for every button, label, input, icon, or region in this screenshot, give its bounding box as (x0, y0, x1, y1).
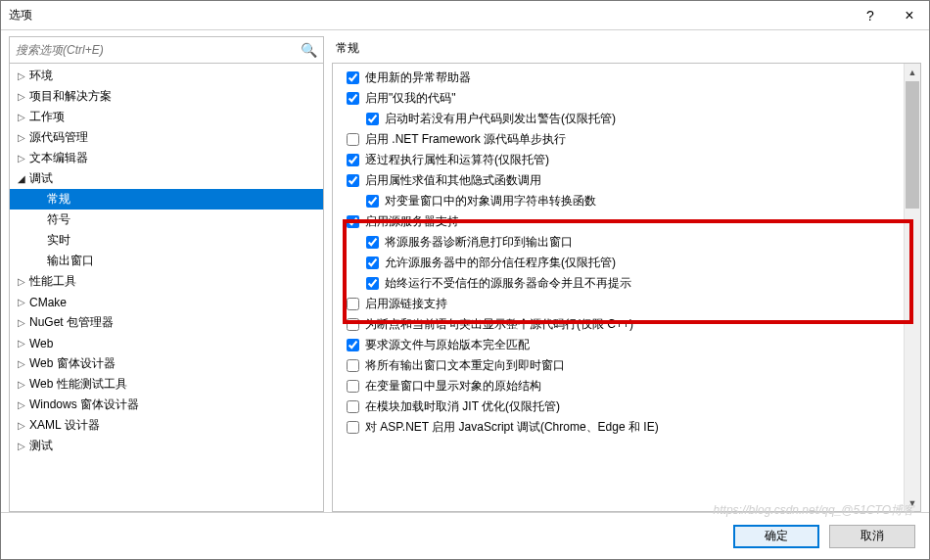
option-checkbox[interactable] (347, 215, 359, 228)
option-checkbox[interactable] (347, 174, 359, 187)
tree-item-8[interactable]: 实时 (10, 230, 323, 251)
option-row-10: 始终运行不受信任的源服务器命令并且不再提示 (343, 273, 920, 294)
scroll-up-icon[interactable]: ▲ (905, 64, 920, 80)
chevron-right-icon: ▷ (16, 420, 27, 431)
tree-item-label: XAML 设计器 (27, 417, 100, 434)
option-row-2: 启动时若没有用户代码则发出警告(仅限托管) (343, 109, 920, 129)
option-checkbox[interactable] (347, 133, 359, 146)
tree-item-label: Web (27, 337, 53, 350)
tree-item-6[interactable]: 常规 (10, 189, 323, 210)
tree-item-2[interactable]: ▷工作项 (10, 107, 323, 127)
tree-item-4[interactable]: ▷文本编辑器 (10, 148, 323, 168)
option-row-6: 对变量窗口中的对象调用字符串转换函数 (343, 191, 920, 211)
option-checkbox[interactable] (366, 277, 379, 290)
option-checkbox[interactable] (366, 113, 379, 125)
chevron-right-icon: ▷ (16, 132, 27, 143)
chevron-down-icon: ◢ (16, 173, 27, 184)
option-label: 将所有输出窗口文本重定向到即时窗口 (365, 357, 565, 374)
chevron-right-icon: ▷ (16, 70, 27, 81)
tree-item-3[interactable]: ▷源代码管理 (10, 127, 323, 148)
panel-title: 常规 (332, 36, 921, 63)
option-checkbox[interactable] (347, 318, 359, 331)
option-row-11: 启用源链接支持 (343, 294, 920, 314)
tree-item-label: 源代码管理 (27, 129, 88, 146)
window-title: 选项 (9, 7, 851, 23)
option-checkbox[interactable] (366, 236, 379, 249)
option-row-4: 逐过程执行属性和运算符(仅限托管) (343, 150, 920, 170)
tree-item-7[interactable]: 符号 (10, 210, 323, 230)
option-row-8: 将源服务器诊断消息打印到输出窗口 (343, 232, 920, 253)
footer: 确定 取消 (1, 512, 929, 559)
close-button[interactable]: × (890, 1, 929, 30)
option-label: 要求源文件与原始版本完全匹配 (365, 337, 530, 353)
tree-item-13[interactable]: ▷Web (10, 333, 323, 353)
option-row-5: 启用属性求值和其他隐式函数调用 (343, 170, 920, 191)
category-tree[interactable]: ▷环境▷项目和解决方案▷工作项▷源代码管理▷文本编辑器◢调试常规符号实时输出窗口… (10, 64, 323, 511)
tree-item-label: 调试 (27, 170, 53, 187)
tree-item-label: 输出窗口 (45, 253, 94, 269)
tree-item-label: 实时 (45, 232, 70, 249)
option-checkbox[interactable] (347, 380, 359, 393)
tree-item-1[interactable]: ▷项目和解决方案 (10, 86, 323, 107)
option-label: 启用源服务器支持 (365, 213, 459, 230)
chevron-right-icon: ▷ (16, 112, 27, 122)
tree-item-label: Web 窗体设计器 (27, 355, 116, 372)
chevron-right-icon: ▷ (16, 338, 27, 349)
chevron-right-icon: ▷ (16, 153, 27, 163)
option-checkbox[interactable] (347, 92, 359, 105)
option-checkbox[interactable] (347, 421, 359, 434)
option-checkbox[interactable] (347, 400, 359, 413)
option-row-0: 使用新的异常帮助器 (343, 68, 920, 88)
option-checkbox[interactable] (347, 339, 359, 351)
options-box: 使用新的异常帮助器启用"仅我的代码"启动时若没有用户代码则发出警告(仅限托管)启… (332, 63, 921, 512)
help-button[interactable]: ? (851, 1, 890, 30)
chevron-right-icon: ▷ (16, 379, 27, 390)
option-label: 允许源服务器中的部分信任程序集(仅限托管) (385, 255, 616, 271)
right-panel: 常规 使用新的异常帮助器启用"仅我的代码"启动时若没有用户代码则发出警告(仅限托… (332, 36, 921, 512)
ok-button[interactable]: 确定 (733, 525, 819, 548)
option-label: 启用"仅我的代码" (365, 90, 456, 107)
option-checkbox[interactable] (366, 257, 379, 269)
tree-item-label: 性能工具 (27, 273, 76, 290)
tree-item-5[interactable]: ◢调试 (10, 168, 323, 189)
option-label: 在变量窗口中显示对象的原始结构 (365, 378, 541, 395)
tree-item-label: 项目和解决方案 (27, 88, 112, 105)
search-input[interactable] (10, 37, 323, 63)
option-label: 对 ASP.NET 启用 JavaScript 调试(Chrome、Edge 和… (365, 419, 659, 436)
option-checkbox[interactable] (347, 298, 359, 310)
left-panel: 🔍 ▷环境▷项目和解决方案▷工作项▷源代码管理▷文本编辑器◢调试常规符号实时输出… (9, 36, 324, 512)
tree-item-11[interactable]: ▷CMake (10, 292, 323, 312)
content: 🔍 ▷环境▷项目和解决方案▷工作项▷源代码管理▷文本编辑器◢调试常规符号实时输出… (1, 30, 929, 512)
scrollbar[interactable]: ▲ ▼ (904, 64, 920, 511)
option-checkbox[interactable] (347, 154, 359, 166)
option-checkbox[interactable] (347, 71, 359, 84)
tree-item-18[interactable]: ▷测试 (10, 436, 323, 456)
option-checkbox[interactable] (347, 359, 359, 372)
tree-item-label: 环境 (27, 68, 53, 84)
cancel-button[interactable]: 取消 (829, 525, 915, 548)
search-icon[interactable]: 🔍 (301, 42, 317, 58)
chevron-right-icon: ▷ (16, 441, 27, 451)
option-row-12: 为断点和当前语句突出显示整个源代码行(仅限 C++) (343, 314, 920, 335)
tree-item-15[interactable]: ▷Web 性能测试工具 (10, 374, 323, 395)
tree-item-label: Windows 窗体设计器 (27, 397, 139, 413)
chevron-right-icon: ▷ (16, 399, 27, 410)
option-label: 使用新的异常帮助器 (365, 70, 471, 86)
option-row-17: 对 ASP.NET 启用 JavaScript 调试(Chrome、Edge 和… (343, 417, 920, 438)
tree-item-16[interactable]: ▷Windows 窗体设计器 (10, 395, 323, 415)
scroll-thumb[interactable] (906, 81, 919, 209)
tree-item-9[interactable]: 输出窗口 (10, 251, 323, 271)
tree-item-0[interactable]: ▷环境 (10, 66, 323, 86)
chevron-right-icon: ▷ (16, 297, 27, 307)
option-label: 启用源链接支持 (365, 296, 447, 312)
option-label: 启动时若没有用户代码则发出警告(仅限托管) (385, 111, 616, 127)
option-row-13: 要求源文件与原始版本完全匹配 (343, 335, 920, 355)
search-box: 🔍 (10, 37, 323, 64)
scroll-down-icon[interactable]: ▼ (905, 494, 920, 511)
tree-item-10[interactable]: ▷性能工具 (10, 271, 323, 292)
tree-item-14[interactable]: ▷Web 窗体设计器 (10, 353, 323, 374)
option-checkbox[interactable] (366, 195, 379, 208)
tree-item-12[interactable]: ▷NuGet 包管理器 (10, 312, 323, 333)
tree-item-17[interactable]: ▷XAML 设计器 (10, 415, 323, 436)
option-row-3: 启用 .NET Framework 源代码单步执行 (343, 129, 920, 150)
